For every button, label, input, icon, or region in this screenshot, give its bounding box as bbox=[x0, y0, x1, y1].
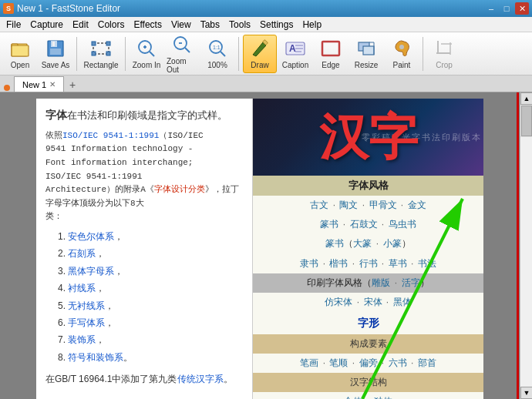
edge-button[interactable]: Edge bbox=[314, 35, 348, 73]
zoom-in-button[interactable]: Zoom In bbox=[130, 35, 163, 73]
svg-point-34 bbox=[399, 45, 404, 49]
footer-text: 在GB/T 16964.1中添加了第九类传统汉字系。 bbox=[45, 371, 243, 387]
wiki-link-jiagu[interactable]: 甲骨文 bbox=[369, 200, 397, 210]
list-item-8: 8. 符号和装饰系。 bbox=[58, 350, 243, 365]
wiki-link-guwu[interactable]: 古文 bbox=[310, 200, 328, 210]
crop-button[interactable]: Crop bbox=[427, 35, 461, 73]
list-link-4[interactable]: 衬线系 bbox=[68, 283, 96, 293]
open-button[interactable]: Open bbox=[3, 35, 37, 73]
wiki-link-songti[interactable]: 宋体 bbox=[364, 297, 382, 307]
list-link-1[interactable]: 安色尔体系 bbox=[68, 231, 114, 242]
wiki-link-bihua[interactable]: 笔画 bbox=[300, 357, 318, 368]
menu-tools[interactable]: Tools bbox=[224, 17, 255, 32]
svg-rect-9 bbox=[106, 42, 110, 45]
maximize-button[interactable]: □ bbox=[500, 2, 513, 15]
menu-help[interactable]: Help bbox=[298, 17, 326, 32]
wiki-link-zhuan[interactable]: 篆书 bbox=[320, 219, 338, 230]
wiki-row-8: 合体 · 独体 bbox=[253, 392, 483, 399]
wiki-link-lishu[interactable]: 隶书 bbox=[300, 258, 318, 269]
document-page: 字体在书法和印刷领域是指文字的式样。 依照ISO/IEC 9541-1:1991… bbox=[36, 99, 483, 399]
wiki-link-huozi[interactable]: 活字 bbox=[402, 277, 420, 288]
zoom-100-button[interactable]: 1:1 100% bbox=[200, 35, 234, 73]
svg-rect-6 bbox=[52, 42, 55, 46]
wiki-link-tao[interactable]: 陶文 bbox=[339, 200, 358, 210]
scroll-thumb[interactable] bbox=[521, 106, 532, 136]
iso-link1[interactable]: ISO/IEC 9541-1:1991 bbox=[62, 131, 159, 140]
rectangle-button[interactable]: Rectangle bbox=[81, 35, 121, 73]
vertical-scrollbar[interactable]: ▲ ▼ bbox=[520, 92, 532, 399]
new-tab-button[interactable]: + bbox=[66, 78, 79, 92]
svg-rect-10 bbox=[92, 52, 96, 55]
tab-indicator-icon bbox=[3, 84, 11, 92]
svg-line-21 bbox=[221, 52, 225, 56]
wiki-link-heti[interactable]: 合体 bbox=[344, 396, 362, 399]
list-link-7[interactable]: 装饰系 bbox=[68, 334, 96, 345]
menu-edit[interactable]: Edit bbox=[68, 17, 93, 32]
menu-view[interactable]: View bbox=[167, 17, 196, 32]
menu-colors[interactable]: Colors bbox=[93, 17, 130, 32]
wiki-link-xingshu[interactable]: 行书 bbox=[359, 258, 378, 269]
svg-rect-5 bbox=[50, 49, 61, 55]
wiki-link-kaishu[interactable]: 楷书 bbox=[329, 258, 348, 269]
edge-icon bbox=[320, 38, 342, 59]
list-link-3[interactable]: 黑体字母系 bbox=[68, 266, 114, 277]
resize-icon bbox=[355, 38, 377, 59]
document-area[interactable]: 字体在书法和印刷领域是指文字的式样。 依照ISO/IEC 9541-1:1991… bbox=[0, 92, 520, 399]
zoom-out-button[interactable]: Zoom Out bbox=[165, 35, 199, 73]
wiki-link-zhuan2[interactable]: 篆书 bbox=[325, 238, 344, 249]
wiki-link-diaob[interactable]: 雕版 bbox=[372, 277, 390, 288]
wiki-link-caoshu[interactable]: 草书 bbox=[389, 258, 407, 269]
draw-button[interactable]: Draw bbox=[243, 35, 277, 73]
wiki-row-7: 笔画 · 笔顺 · 偏旁 · 六书 · 部首 bbox=[253, 354, 483, 373]
wiki-row-jiegou: 汉字结构 bbox=[253, 373, 483, 392]
scroll-down-button[interactable]: ▼ bbox=[520, 387, 532, 399]
trad-link[interactable]: 传统汉字系 bbox=[177, 374, 224, 384]
tab-new1[interactable]: New 1 ✕ bbox=[14, 76, 64, 92]
wiki-link-bishun[interactable]: 笔顺 bbox=[329, 357, 348, 368]
wiki-link-heiti[interactable]: 黑体 bbox=[393, 297, 412, 307]
list-link-5[interactable]: 无衬线系 bbox=[68, 300, 105, 311]
caption-label: Caption bbox=[282, 61, 308, 69]
tab-bar: New 1 ✕ + bbox=[0, 75, 532, 92]
menu-bar: File Capture Edit Colors Effects View Ta… bbox=[0, 17, 532, 32]
wiki-link-shufa[interactable]: 书法 bbox=[418, 258, 436, 269]
list-link-8[interactable]: 符号和装饰系 bbox=[68, 352, 123, 363]
menu-effects[interactable]: Effects bbox=[129, 17, 166, 32]
wiki-link-xiaozhuan[interactable]: 小篆 bbox=[383, 238, 402, 249]
wiki-row-1: 古文 · 陶文 · 甲骨文 · 金文 bbox=[253, 196, 483, 215]
tab-close-button[interactable]: ✕ bbox=[49, 80, 56, 89]
wiki-link-shig[interactable]: 石鼓文 bbox=[350, 219, 378, 230]
menu-settings[interactable]: Settings bbox=[255, 17, 298, 32]
rectangle-label: Rectangle bbox=[83, 61, 118, 69]
rectangle-icon bbox=[90, 38, 112, 59]
wiki-row-goucheng: 构成要素 bbox=[253, 334, 483, 354]
paint-button[interactable]: Paint bbox=[385, 35, 419, 73]
wiki-link-bushou[interactable]: 部首 bbox=[418, 357, 436, 368]
svg-rect-11 bbox=[106, 52, 110, 55]
menu-capture[interactable]: Capture bbox=[25, 17, 68, 32]
wiki-link-fangsong[interactable]: 仿宋体 bbox=[325, 297, 352, 307]
minimize-button[interactable]: – bbox=[484, 2, 498, 15]
wiki-link-bird[interactable]: 鸟虫书 bbox=[389, 219, 416, 230]
svg-rect-28 bbox=[322, 42, 339, 55]
wiki-link-liushu[interactable]: 六书 bbox=[389, 357, 407, 368]
resize-button[interactable]: Resize bbox=[349, 35, 383, 73]
wiki-link-dazhuan[interactable]: 大篆 bbox=[353, 238, 372, 249]
scroll-up-button[interactable]: ▲ bbox=[520, 92, 532, 105]
zoom-out-icon bbox=[171, 34, 193, 55]
toolbar: Open Save As Rectangle bbox=[0, 32, 532, 75]
menu-file[interactable]: File bbox=[2, 17, 25, 32]
wiki-link-pianpang[interactable]: 偏旁 bbox=[359, 357, 378, 368]
menu-tabs[interactable]: Tabs bbox=[196, 17, 224, 32]
save-as-button[interactable]: Save As bbox=[39, 35, 72, 73]
list-link-6[interactable]: 手写体系 bbox=[68, 317, 105, 328]
wiki-link-duti[interactable]: 独体 bbox=[374, 396, 392, 399]
font-design-link[interactable]: 字体设计分类 bbox=[154, 185, 205, 194]
wiki-row-2: 篆书 · 石鼓文 · 鸟虫书 bbox=[253, 215, 483, 234]
close-button[interactable]: ✕ bbox=[515, 2, 529, 15]
list-link-2[interactable]: 石刻系 bbox=[68, 248, 96, 259]
app-icon: S bbox=[3, 3, 14, 14]
wiki-link-jinwen[interactable]: 金文 bbox=[408, 200, 426, 210]
caption-button[interactable]: A Caption bbox=[278, 35, 312, 73]
paint-icon bbox=[391, 38, 412, 59]
